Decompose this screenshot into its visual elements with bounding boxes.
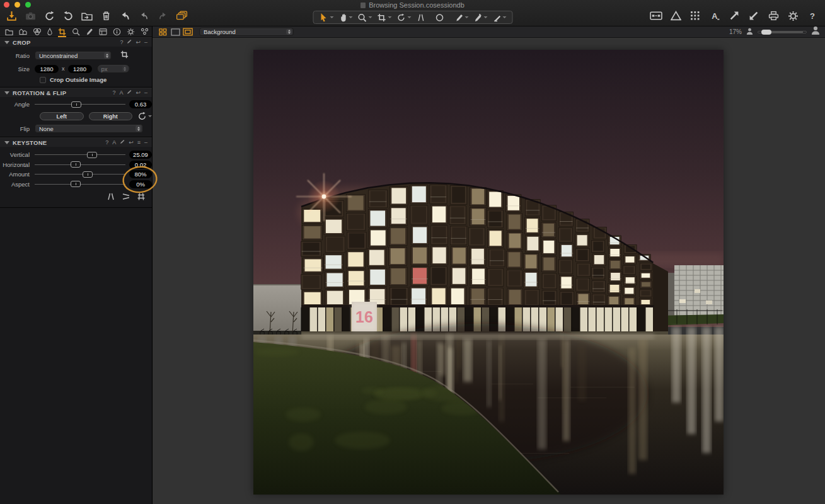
viewer-zoom-slider[interactable] <box>758 29 807 35</box>
crop-width-field[interactable] <box>35 65 59 73</box>
crop-outside-checkbox[interactable] <box>40 77 46 83</box>
zoom-slider-handle[interactable] <box>761 30 771 35</box>
viewer-canvas[interactable]: 16 <box>153 38 825 504</box>
draw-mask-tool[interactable] <box>452 11 471 23</box>
single-view-icon[interactable] <box>170 28 180 37</box>
tab-adjustments[interactable] <box>86 27 93 37</box>
photo-image[interactable]: 16 <box>253 50 724 495</box>
panel-auto-icon[interactable]: A <box>119 90 123 96</box>
straighten-tool-icon[interactable] <box>137 112 152 121</box>
layer-select[interactable]: Background <box>199 28 294 36</box>
undo-button[interactable] <box>118 10 131 21</box>
keystone-horizontal-apply-icon[interactable] <box>122 192 130 203</box>
rotate-right-90-button[interactable]: Right <box>89 112 133 120</box>
keystone-panel: KEYSTONE ? A ↩ ≡ – Vertical 25.09 <box>0 137 152 208</box>
proof-margin-icon[interactable] <box>183 28 193 37</box>
crop-panel-header[interactable]: CROP ? ↩ – <box>0 37 152 47</box>
keystone-aspect-value[interactable]: 0% <box>129 180 152 188</box>
flip-select[interactable]: None <box>35 124 143 133</box>
pan-hand-tool[interactable] <box>336 11 355 23</box>
exposure-warning-button[interactable] <box>669 10 682 21</box>
erase-mask-tool[interactable] <box>490 11 509 23</box>
tab-info[interactable] <box>113 27 121 37</box>
import-arrow-button[interactable] <box>747 10 760 21</box>
rotate-left-90-button[interactable]: Left <box>40 112 84 120</box>
panel-edit-icon[interactable] <box>127 89 132 96</box>
keystone-horizontal-value[interactable]: 0.02 <box>129 161 152 169</box>
trash-button[interactable] <box>100 10 112 21</box>
export-button[interactable] <box>728 10 741 21</box>
tab-metadata[interactable] <box>99 27 107 37</box>
capture-camera-button[interactable] <box>24 10 37 21</box>
panel-help-icon[interactable]: ? <box>112 90 115 96</box>
panel-reset-icon[interactable]: ↩ <box>129 140 134 146</box>
help-button[interactable]: ? <box>806 10 819 21</box>
panel-collapse-icon[interactable]: – <box>144 90 147 96</box>
rotation-tool[interactable] <box>394 11 413 23</box>
keystone-vertical-label: Vertical <box>0 151 35 158</box>
panel-edit-icon[interactable] <box>127 39 132 45</box>
grid-overlay-button[interactable] <box>689 10 701 21</box>
multi-view-icon[interactable] <box>158 28 168 37</box>
crop-panel-title: CROP <box>13 39 120 46</box>
move-to-folder-button[interactable] <box>81 10 93 21</box>
keystone-panel-title: KEYSTONE <box>13 139 105 146</box>
panel-edit-icon[interactable] <box>120 139 125 146</box>
keystone-panel-header[interactable]: KEYSTONE ? A ↩ ≡ – <box>0 137 152 147</box>
panel-reset-icon[interactable]: ↩ <box>136 40 141 45</box>
keystone-horizontal-slider[interactable] <box>35 161 125 169</box>
loupe-tool[interactable] <box>355 11 374 23</box>
preferences-gear-button[interactable] <box>787 10 799 21</box>
browse-button[interactable] <box>175 10 188 21</box>
print-button[interactable] <box>767 10 780 21</box>
flip-label: Flip <box>0 125 35 132</box>
crop-ratio-icon[interactable] <box>120 50 129 61</box>
tools-sidebar: CROP ? ↩ – Ratio Unconstrained <box>0 26 153 504</box>
panel-collapse-icon[interactable]: – <box>144 140 147 146</box>
keystone-vertical-slider[interactable] <box>35 151 125 159</box>
cursor-tool-group <box>313 11 512 24</box>
keystone-aspect-slider[interactable] <box>35 180 125 188</box>
panel-help-icon[interactable]: ? <box>120 40 123 45</box>
import-images-button[interactable] <box>5 10 18 21</box>
keystone-vertical-apply-icon[interactable] <box>107 192 115 203</box>
tab-crop-active[interactable] <box>58 27 66 37</box>
tab-settings[interactable] <box>127 27 135 37</box>
pick-color-tool[interactable] <box>471 11 490 23</box>
viewer-layout-button[interactable] <box>650 10 662 21</box>
angle-value[interactable]: 0.63 <box>129 100 152 108</box>
crop-tool[interactable] <box>374 11 394 23</box>
tab-details[interactable] <box>72 27 80 37</box>
disclosure-triangle-icon <box>4 141 9 144</box>
tab-exposure[interactable] <box>47 27 52 37</box>
rotate-left-button[interactable] <box>43 10 55 21</box>
tab-output[interactable] <box>141 27 149 37</box>
keystone-amount-value[interactable]: 80% <box>129 170 152 178</box>
tab-library[interactable] <box>5 27 13 37</box>
crop-height-field[interactable] <box>68 65 92 73</box>
undo-small-button[interactable] <box>137 10 150 21</box>
rotation-panel-header[interactable]: ROTATION & FLIP ? A ↩ – <box>0 88 152 97</box>
crop-unit-select[interactable]: px <box>97 64 130 73</box>
keystone-tool[interactable] <box>413 11 432 23</box>
angle-slider[interactable] <box>35 100 125 108</box>
tab-capture[interactable] <box>19 27 27 37</box>
panel-help-icon[interactable]: ? <box>105 140 108 146</box>
panel-collapse-icon[interactable]: – <box>144 40 147 45</box>
select-arrow-tool[interactable] <box>316 11 336 23</box>
keystone-amount-slider[interactable] <box>35 170 125 178</box>
panel-menu-icon[interactable]: ≡ <box>137 140 141 146</box>
keystone-full-apply-icon[interactable] <box>137 192 146 203</box>
panel-reset-icon[interactable]: ↩ <box>136 90 141 96</box>
spot-removal-tool[interactable] <box>432 11 452 23</box>
tab-color[interactable] <box>33 27 42 37</box>
rotation-flip-panel: ROTATION & FLIP ? A ↩ – Angle 0.63 <box>0 88 152 137</box>
keystone-vertical-value[interactable]: 25.09 <box>129 151 152 159</box>
tool-tab-bar <box>0 26 152 37</box>
app-window: Browsing Session.cosessiondb <box>0 0 825 504</box>
annotations-button[interactable]: A <box>708 10 721 21</box>
rotate-right-button[interactable] <box>62 10 74 21</box>
ratio-select[interactable]: Unconstrained <box>35 51 112 60</box>
panel-auto-icon[interactable]: A <box>112 140 116 146</box>
redo-small-button[interactable] <box>156 10 169 21</box>
